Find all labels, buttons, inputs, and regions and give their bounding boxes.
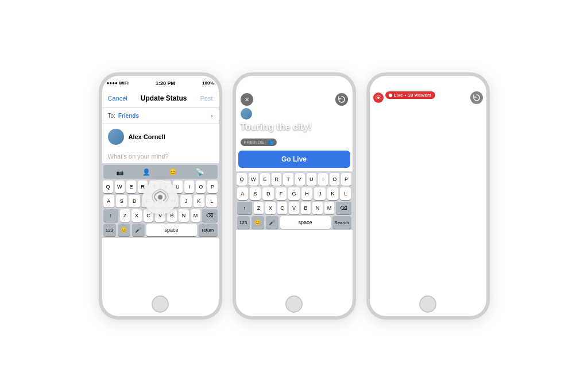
key-shift-2[interactable]: ↑: [237, 202, 252, 214]
key-m[interactable]: M: [191, 209, 201, 222]
friends-label[interactable]: Friends: [118, 113, 139, 119]
nav-bar-1: Cancel Update Status Post: [102, 89, 219, 108]
live-signal-badge: [373, 93, 384, 103]
time-2: 1:20 PM: [289, 80, 309, 86]
key-d-2[interactable]: D: [262, 187, 273, 200]
key-p-2[interactable]: P: [341, 173, 351, 186]
key-e[interactable]: E: [126, 180, 136, 193]
battery-2: 100%: [336, 80, 347, 86]
key-k-2[interactable]: K: [327, 187, 338, 200]
home-button-3[interactable]: [419, 295, 436, 313]
key-b-2[interactable]: B: [301, 202, 311, 214]
key-o-2[interactable]: O: [330, 173, 339, 186]
close-button-2[interactable]: ✕: [241, 93, 253, 106]
phone2-title: Touring the city!: [241, 122, 348, 132]
emoji-icon[interactable]: 😊: [169, 168, 177, 176]
key-123-2[interactable]: 123: [237, 216, 250, 229]
key-c-2[interactable]: C: [277, 202, 288, 214]
key-w-2[interactable]: W: [249, 173, 258, 186]
live-timer: 2:34: [385, 99, 435, 104]
key-space[interactable]: space: [146, 224, 197, 236]
to-label: To:: [108, 113, 115, 119]
key-q-2[interactable]: Q: [237, 173, 246, 186]
flip-button-3[interactable]: [470, 91, 483, 104]
svg-point-0: [158, 195, 163, 199]
key-w[interactable]: W: [115, 180, 125, 193]
chevron-icon: ›: [211, 113, 212, 119]
key-l[interactable]: L: [206, 195, 217, 207]
key-return[interactable]: return: [199, 224, 218, 236]
phone-3: ●●●●: [366, 72, 490, 320]
key-n[interactable]: N: [179, 209, 189, 222]
key-q[interactable]: Q: [103, 180, 113, 193]
go-live-button[interactable]: Go Live: [238, 151, 350, 168]
key-n-2[interactable]: N: [312, 202, 323, 214]
key-a-2[interactable]: A: [237, 187, 248, 200]
signal-3: ●●●●: [374, 80, 385, 86]
key-j[interactable]: J: [180, 195, 191, 207]
key-mic-2[interactable]: 🎤: [266, 216, 278, 229]
key-j-2[interactable]: J: [314, 187, 325, 200]
user-row-1: Alex Cornell: [102, 124, 219, 149]
key-v-2[interactable]: V: [289, 202, 299, 214]
key-backspace-2[interactable]: ⌫: [336, 202, 351, 214]
key-y-2[interactable]: Y: [295, 173, 305, 186]
live-badge-bar: Live • 18 Viewers 2:34: [370, 89, 486, 107]
user-name-1: Alex Cornell: [129, 133, 165, 140]
key-l-2[interactable]: L: [340, 187, 351, 200]
key-k[interactable]: K: [194, 195, 204, 207]
key-emoji-2[interactable]: 😊: [252, 216, 264, 229]
dot-separator: •: [405, 93, 407, 98]
key-f-2[interactable]: F: [276, 187, 287, 200]
close-icon: ✕: [245, 97, 249, 103]
key-123[interactable]: 123: [103, 224, 116, 236]
phone-1: ●●●● WiFi 1:20 PM 100% Cancel Update Sta…: [99, 72, 222, 320]
key-m-2[interactable]: M: [324, 202, 335, 214]
key-e-2[interactable]: E: [260, 173, 270, 186]
live-icon-toolbar[interactable]: 📡: [195, 168, 204, 176]
time-1: 1:20 PM: [156, 80, 175, 86]
post-button[interactable]: Post: [200, 95, 212, 102]
audience-label-2: FRIENDS · 👥: [244, 140, 274, 145]
key-x[interactable]: X: [131, 209, 142, 222]
camera-icon[interactable]: 📷: [116, 168, 124, 176]
friends-badge-2: FRIENDS · 👥: [241, 139, 277, 146]
key-i[interactable]: I: [184, 180, 194, 193]
keyboard-area-1: 📷 👤 😊 📡: [102, 163, 219, 238]
search-button[interactable]: Search: [332, 216, 351, 229]
key-backspace[interactable]: ⌫: [202, 209, 217, 222]
phone2-user-row: Alex Cornell: [241, 108, 348, 120]
key-s-2[interactable]: S: [250, 187, 261, 200]
key-z-2[interactable]: Z: [254, 202, 264, 214]
flip-button-2[interactable]: [335, 93, 348, 106]
cancel-button[interactable]: Cancel: [108, 95, 127, 102]
status-input-1[interactable]: What's on your mind?: [102, 149, 219, 163]
live-circle-overlay[interactable]: [143, 180, 177, 214]
key-r-2[interactable]: R: [272, 173, 281, 186]
key-s[interactable]: S: [116, 195, 127, 207]
key-p[interactable]: P: [207, 180, 217, 193]
key-u-2[interactable]: U: [307, 173, 316, 186]
key-emoji[interactable]: 😊: [118, 224, 130, 236]
key-mic[interactable]: 🎤: [132, 224, 145, 236]
key-shift[interactable]: ↑: [103, 209, 118, 222]
home-button-2[interactable]: [285, 295, 303, 313]
key-h-2[interactable]: H: [301, 187, 312, 200]
key-d[interactable]: D: [129, 195, 140, 207]
people-icon[interactable]: 👤: [142, 168, 150, 176]
status-bar-3: ●●●●: [370, 76, 486, 89]
key-o[interactable]: O: [196, 180, 206, 193]
phone2-info: Alex Cornell Touring the city! FRIENDS ·…: [236, 108, 353, 151]
phones-container: ●●●● WiFi 1:20 PM 100% Cancel Update Sta…: [87, 61, 501, 331]
key-z[interactable]: Z: [120, 209, 130, 222]
key-x-2[interactable]: X: [265, 202, 276, 214]
key-g-2[interactable]: G: [288, 187, 299, 200]
phone-2: ●●●● WiFi 1:20 PM 100% ✕: [233, 72, 356, 320]
keyboard-toolbar-1: 📷 👤 😊 📡: [103, 165, 218, 179]
key-i-2[interactable]: I: [318, 173, 328, 186]
key-a[interactable]: A: [103, 195, 114, 207]
signal-2: ●●●● WiFi: [241, 80, 262, 86]
home-button-1[interactable]: [152, 295, 169, 313]
key-t-2[interactable]: T: [283, 173, 293, 186]
key-space-2[interactable]: space: [280, 216, 331, 229]
